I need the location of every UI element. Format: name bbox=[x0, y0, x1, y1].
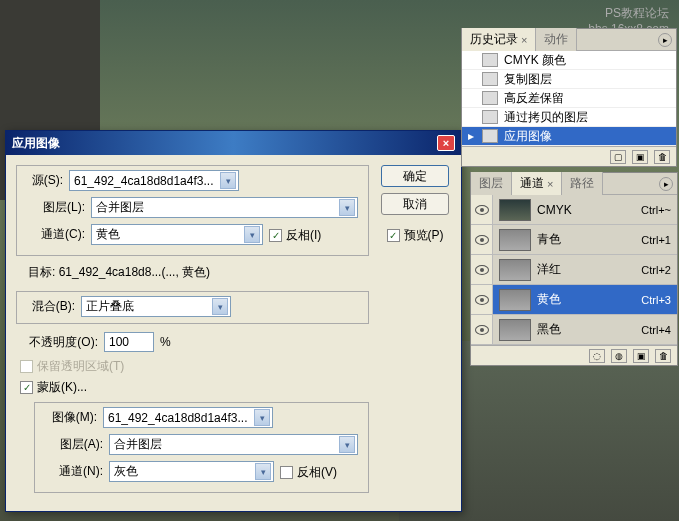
step-icon bbox=[482, 129, 498, 143]
save-selection-icon[interactable]: ◍ bbox=[611, 349, 627, 363]
tab-channels[interactable]: 通道× bbox=[512, 172, 562, 195]
mask-channel-select[interactable]: 灰色 ▾ bbox=[109, 461, 274, 482]
invert-checkbox[interactable]: ✓ 反相(I) bbox=[269, 227, 321, 244]
history-tabs: 历史记录× 动作 ▸ bbox=[462, 29, 676, 51]
preview-checkbox[interactable]: ✓ 预览(P) bbox=[387, 227, 444, 244]
dialog-title: 应用图像 bbox=[12, 135, 60, 152]
visibility-toggle[interactable] bbox=[471, 315, 493, 344]
chevron-down-icon: ▾ bbox=[254, 409, 270, 426]
opacity-input[interactable]: 100 bbox=[104, 332, 154, 352]
dialog-titlebar[interactable]: 应用图像 × bbox=[6, 131, 461, 155]
eye-icon bbox=[475, 325, 489, 335]
new-doc-icon[interactable]: ▣ bbox=[632, 150, 648, 164]
tab-history[interactable]: 历史记录× bbox=[462, 28, 536, 51]
channels-list: CMYK Ctrl+~ 青色 Ctrl+1 洋红 Ctrl+2 黄色 Ctrl+… bbox=[471, 195, 677, 345]
eye-icon bbox=[475, 205, 489, 215]
mask-fieldset: 图像(M): 61_492_4ca18d8d1a4f3... ▾ 图层(A): … bbox=[34, 402, 369, 493]
opacity-label: 不透明度(O): bbox=[16, 334, 98, 351]
tab-actions[interactable]: 动作 bbox=[536, 28, 577, 51]
channel-item[interactable]: 青色 Ctrl+1 bbox=[471, 225, 677, 255]
chevron-down-icon: ▾ bbox=[244, 226, 260, 243]
history-footer: ▢ ▣ 🗑 bbox=[462, 146, 676, 166]
channel-item[interactable]: 黑色 Ctrl+4 bbox=[471, 315, 677, 345]
channel-item[interactable]: 洋红 Ctrl+2 bbox=[471, 255, 677, 285]
step-icon bbox=[482, 91, 498, 105]
history-item[interactable]: 高反差保留 bbox=[462, 89, 676, 108]
channel-thumb bbox=[499, 229, 531, 251]
channel-thumb bbox=[499, 199, 531, 221]
chevron-down-icon: ▾ bbox=[212, 298, 228, 315]
channel-label: 通道(C): bbox=[27, 226, 85, 243]
channel-thumb bbox=[499, 259, 531, 281]
step-icon bbox=[482, 72, 498, 86]
history-panel: 历史记录× 动作 ▸ CMYK 颜色 复制图层 高反差保留 通过拷贝的图层 ▸应… bbox=[461, 28, 677, 167]
close-icon[interactable]: × bbox=[547, 178, 553, 190]
mask-channel-label: 通道(N): bbox=[45, 463, 103, 480]
close-icon[interactable]: × bbox=[521, 34, 527, 46]
mask-image-label: 图像(M): bbox=[39, 409, 97, 426]
step-icon bbox=[482, 53, 498, 67]
target-row: 目标: 61_492_4ca18d8...(..., 黄色) bbox=[28, 264, 369, 281]
history-item[interactable]: 通过拷贝的图层 bbox=[462, 108, 676, 127]
channel-item[interactable]: 黄色 Ctrl+3 bbox=[471, 285, 677, 315]
tab-layers[interactable]: 图层 bbox=[471, 172, 512, 195]
chevron-down-icon: ▾ bbox=[255, 463, 271, 480]
source-select[interactable]: 61_492_4ca18d8d1a4f3... ▾ bbox=[69, 170, 239, 191]
apply-image-dialog: 应用图像 × 源(S): 61_492_4ca18d8d1a4f3... ▾ 图… bbox=[5, 130, 462, 512]
channel-item[interactable]: CMYK Ctrl+~ bbox=[471, 195, 677, 225]
preserve-checkbox: 保留透明区域(T) bbox=[20, 358, 369, 375]
channels-footer: ◌ ◍ ▣ 🗑 bbox=[471, 345, 677, 365]
blend-select[interactable]: 正片叠底 ▾ bbox=[81, 296, 231, 317]
visibility-toggle[interactable] bbox=[471, 195, 493, 224]
step-icon bbox=[482, 110, 498, 124]
load-selection-icon[interactable]: ◌ bbox=[589, 349, 605, 363]
cancel-button[interactable]: 取消 bbox=[381, 193, 449, 215]
eye-icon bbox=[475, 265, 489, 275]
blend-fieldset: 混合(B): 正片叠底 ▾ bbox=[16, 291, 369, 324]
ok-button[interactable]: 确定 bbox=[381, 165, 449, 187]
history-item[interactable]: 复制图层 bbox=[462, 70, 676, 89]
channels-panel: 图层 通道× 路径 ▸ CMYK Ctrl+~ 青色 Ctrl+1 洋红 Ctr… bbox=[470, 172, 678, 366]
mask-image-select[interactable]: 61_492_4ca18d8d1a4f3... ▾ bbox=[103, 407, 273, 428]
history-item[interactable]: ▸应用图像 bbox=[462, 127, 676, 146]
trash-icon[interactable]: 🗑 bbox=[655, 349, 671, 363]
chevron-down-icon: ▾ bbox=[339, 199, 355, 216]
eye-icon bbox=[475, 235, 489, 245]
close-icon[interactable]: × bbox=[437, 135, 455, 151]
source-label: 源(S): bbox=[21, 172, 63, 189]
history-list: CMYK 颜色 复制图层 高反差保留 通过拷贝的图层 ▸应用图像 bbox=[462, 51, 676, 146]
blend-label: 混合(B): bbox=[21, 298, 75, 315]
eye-icon bbox=[475, 295, 489, 305]
channel-select[interactable]: 黄色 ▾ bbox=[91, 224, 263, 245]
chevron-down-icon: ▾ bbox=[339, 436, 355, 453]
mask-layer-label: 图层(A): bbox=[45, 436, 103, 453]
tab-paths[interactable]: 路径 bbox=[562, 172, 603, 195]
chevron-down-icon: ▾ bbox=[220, 172, 236, 189]
history-item[interactable]: CMYK 颜色 bbox=[462, 51, 676, 70]
visibility-toggle[interactable] bbox=[471, 255, 493, 284]
mask-invert-checkbox[interactable]: 反相(V) bbox=[280, 464, 337, 481]
panel-menu-icon[interactable]: ▸ bbox=[658, 33, 672, 47]
visibility-toggle[interactable] bbox=[471, 225, 493, 254]
new-channel-icon[interactable]: ▣ bbox=[633, 349, 649, 363]
layer-select[interactable]: 合并图层 ▾ bbox=[91, 197, 358, 218]
layer-label: 图层(L): bbox=[27, 199, 85, 216]
panel-menu-icon[interactable]: ▸ bbox=[659, 177, 673, 191]
channel-thumb bbox=[499, 319, 531, 341]
mask-checkbox[interactable]: ✓ 蒙版(K)... bbox=[20, 379, 369, 396]
new-snapshot-icon[interactable]: ▢ bbox=[610, 150, 626, 164]
channel-thumb bbox=[499, 289, 531, 311]
trash-icon[interactable]: 🗑 bbox=[654, 150, 670, 164]
source-fieldset: 源(S): 61_492_4ca18d8d1a4f3... ▾ 图层(L): 合… bbox=[16, 165, 369, 256]
channels-tabs: 图层 通道× 路径 ▸ bbox=[471, 173, 677, 195]
visibility-toggle[interactable] bbox=[471, 285, 493, 314]
mask-layer-select[interactable]: 合并图层 ▾ bbox=[109, 434, 358, 455]
